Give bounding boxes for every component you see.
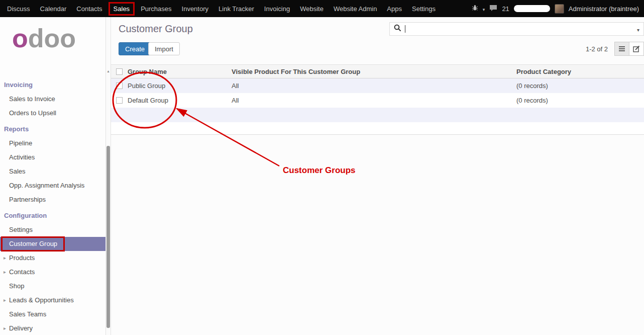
cell-product-category: (0 records) — [516, 82, 644, 90]
sidebar-item-sales[interactable]: Sales — [0, 164, 105, 179]
messages-count[interactable]: 21 — [502, 5, 509, 13]
systray: 21 Administrator (braintree) — [472, 4, 644, 14]
empty-list-stripe — [111, 108, 644, 122]
section-heading-reports: Reports — [0, 122, 105, 136]
column-header-group-name[interactable]: Group Name — [128, 68, 232, 75]
form-view-button[interactable] — [629, 42, 644, 56]
menu-settings[interactable]: Settings — [407, 0, 441, 17]
topbar: Discuss Calendar Contacts Sales Purchase… — [0, 0, 644, 17]
search-icon — [394, 24, 401, 34]
scrollbar-thumb[interactable] — [106, 146, 110, 328]
sidebar-item-opp-assignment-analysis[interactable]: Opp. Assignment Analysis — [0, 179, 105, 193]
cell-group-name: Default Group — [128, 97, 232, 104]
empty-list-row — [111, 122, 644, 135]
menu-purchases[interactable]: Purchases — [136, 0, 176, 17]
sidebar-nav: Invoicing Sales to Invoice Orders to Ups… — [0, 76, 105, 335]
control-panel: Customer Group Create Import 1-2 of 2 — [111, 17, 644, 64]
create-button[interactable]: Create — [119, 42, 151, 55]
odoo-app-window: Discuss Calendar Contacts Sales Purchase… — [0, 0, 644, 335]
sidebar-item-leads-opportunities[interactable]: Leads & Opportunities — [0, 293, 105, 307]
menu-website-admin[interactable]: Website Admin — [329, 0, 382, 17]
import-button[interactable]: Import — [148, 42, 180, 55]
select-all-checkbox[interactable] — [116, 68, 123, 75]
section-configuration: Configuration Settings Customer Group Pr… — [0, 209, 105, 335]
sidebar-item-delivery[interactable]: Delivery — [0, 321, 105, 335]
scroll-up-arrow-icon[interactable] — [106, 69, 111, 73]
sidebar: odoo Invoicing Sales to Invoice Orders t… — [0, 17, 105, 335]
list-view-icon — [618, 46, 625, 52]
menu-inventory[interactable]: Inventory — [177, 0, 213, 17]
sidebar-item-products[interactable]: Products — [0, 251, 105, 265]
logo-rest: doo — [28, 24, 76, 53]
section-reports: Reports Pipeline Activities Sales Opp. A… — [0, 122, 105, 207]
list-view-button[interactable] — [614, 42, 629, 56]
sidebar-item-shop[interactable]: Shop — [0, 279, 105, 293]
cell-visible-product: All — [232, 82, 516, 90]
sidebar-item-sales-to-invoice[interactable]: Sales to Invoice — [0, 92, 105, 106]
debug-bug-icon[interactable] — [472, 5, 478, 13]
sidebar-item-activities[interactable]: Activities — [0, 150, 105, 164]
sidebar-item-label: Customer Group — [9, 240, 57, 247]
sidebar-item-settings[interactable]: Settings — [0, 223, 105, 237]
view-switcher — [614, 42, 644, 56]
sidebar-item-pipeline[interactable]: Pipeline — [0, 136, 105, 150]
sidebar-item-partnerships[interactable]: Partnerships — [0, 193, 105, 207]
row-checkbox[interactable] — [116, 97, 123, 104]
menu-link-tracker[interactable]: Link Tracker — [213, 0, 259, 17]
menu-apps[interactable]: Apps — [382, 0, 407, 17]
topbar-menu: Discuss Calendar Contacts Sales Purchase… — [0, 0, 441, 17]
page-title: Customer Group — [119, 23, 193, 35]
menu-sales[interactable]: Sales — [109, 2, 135, 16]
menu-calendar[interactable]: Calendar — [35, 0, 72, 17]
sidebar-scrollbar[interactable] — [105, 17, 111, 335]
table-row[interactable]: Public Group All (0 records) — [111, 78, 644, 93]
sidebar-item-orders-to-upsell[interactable]: Orders to Upsell — [0, 106, 105, 120]
list-view: Group Name Visible Product For This Cust… — [111, 64, 644, 135]
cell-visible-product: All — [232, 97, 516, 104]
search-bar[interactable] — [389, 22, 644, 36]
sidebar-item-customer-group[interactable]: Customer Group — [0, 237, 105, 251]
logo-letter: o — [12, 24, 28, 53]
search-dropdown-caret-icon[interactable] — [637, 25, 639, 34]
section-heading-configuration: Configuration — [0, 209, 105, 223]
pager-range: 1-2 of 2 — [586, 45, 608, 53]
row-checkbox[interactable] — [116, 82, 123, 89]
messages-icon[interactable] — [489, 5, 497, 13]
menu-discuss[interactable]: Discuss — [2, 0, 35, 17]
sidebar-item-contacts[interactable]: Contacts — [0, 265, 105, 279]
user-avatar[interactable] — [555, 4, 564, 14]
section-heading-invoicing: Invoicing — [0, 78, 105, 92]
menu-invoicing[interactable]: Invoicing — [259, 0, 295, 17]
section-invoicing: Invoicing Sales to Invoice Orders to Ups… — [0, 78, 105, 120]
column-header-product-category[interactable]: Product Category — [516, 68, 644, 75]
user-menu[interactable]: Administrator (braintree) — [569, 5, 639, 13]
status-pill — [514, 5, 550, 12]
cell-product-category: (0 records) — [516, 97, 644, 104]
odoo-logo[interactable]: odoo — [0, 17, 105, 53]
search-text-cursor — [405, 25, 405, 33]
cell-group-name: Public Group — [128, 82, 232, 90]
table-row[interactable]: Default Group All (0 records) — [111, 93, 644, 108]
column-header-visible-product[interactable]: Visible Product For This Customer Group — [232, 68, 516, 75]
sidebar-item-sales-teams[interactable]: Sales Teams — [0, 307, 105, 321]
menu-website[interactable]: Website — [295, 0, 329, 17]
form-edit-icon — [633, 45, 640, 52]
menu-contacts[interactable]: Contacts — [71, 0, 107, 17]
main-content: Customer Group Create Import 1-2 of 2 — [111, 17, 644, 335]
table-header-row: Group Name Visible Product For This Cust… — [111, 64, 644, 78]
debug-dropdown-caret-icon[interactable] — [483, 5, 485, 13]
